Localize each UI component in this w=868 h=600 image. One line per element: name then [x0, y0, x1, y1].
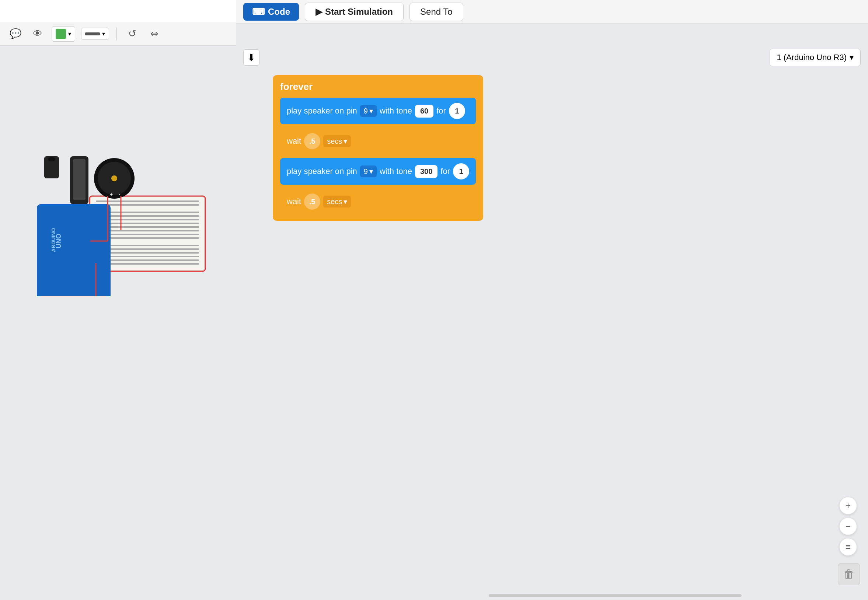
for-1-value-2[interactable]: 1 — [453, 163, 469, 179]
speaker-pin-9-dropdown-2[interactable]: 9 ▾ — [360, 165, 377, 177]
code-button[interactable]: ⌨ Code — [243, 3, 299, 21]
svg-rect-11 — [96, 237, 199, 239]
wait-text-2: wait — [287, 197, 301, 206]
undo-icon[interactable]: ↺ — [124, 26, 141, 42]
svg-rect-6 — [96, 219, 199, 220]
inner-block-play-speaker-1[interactable]: play speaker on pin 9 ▾ with tone 60 for… — [280, 98, 476, 124]
forever-container: forever play speaker on pin 9 ▾ with ton… — [273, 75, 483, 221]
svg-rect-5 — [96, 215, 199, 217]
wait-05-value[interactable]: .5 — [304, 133, 320, 149]
dropdown-arrow: ▾ — [369, 167, 373, 176]
line-swatch — [85, 32, 100, 35]
wait-05-value-2[interactable]: .5 — [304, 194, 320, 210]
dropdown-arrow: ▾ — [369, 106, 373, 115]
toolbar: 💬 👁 ▾ ▾ ↺ ⇔ — [0, 22, 236, 46]
dropdown-arrow: ▾ — [344, 197, 347, 206]
chat-icon[interactable]: 💬 — [8, 26, 24, 42]
svg-text:+: + — [110, 191, 113, 197]
mirror-icon[interactable]: ⇔ — [146, 26, 162, 42]
start-simulation-label: Start Simulation — [325, 7, 393, 17]
chevron-down-icon: ▾ — [68, 30, 71, 37]
play-icon: ▶ — [315, 7, 322, 17]
svg-rect-8 — [96, 226, 199, 228]
svg-rect-2 — [96, 200, 199, 202]
send-to-button[interactable]: Send To — [409, 3, 463, 21]
start-simulation-button[interactable]: ▶ Start Simulation — [305, 3, 404, 21]
inner-block-text: play speaker on pin — [287, 106, 357, 116]
inner-block-for: for — [436, 106, 446, 116]
code-label: Code — [268, 7, 290, 17]
svg-rect-7 — [96, 223, 199, 224]
color-swatch-green — [56, 29, 66, 39]
svg-rect-13 — [96, 248, 199, 250]
svg-rect-15 — [96, 256, 199, 257]
arduino-board-svg: ARDUINO UNO + - — [22, 105, 229, 296]
keyboard-icon: ⌨ — [252, 7, 265, 17]
code-canvas: forever play speaker on pin 9 ▾ with ton… — [236, 46, 868, 600]
chevron-down-icon: ▾ — [102, 30, 105, 37]
trash-button[interactable]: 🗑 — [838, 563, 860, 585]
toolbar-separator — [117, 27, 117, 41]
svg-rect-23 — [73, 159, 85, 200]
arduino-board-area: ARDUINO UNO + - — [22, 105, 229, 298]
more-options-button[interactable]: ≡ — [839, 538, 857, 556]
code-header-bar: ⬇ 1 (Arduino Uno R3) ▾ — [236, 46, 868, 69]
inner-block-for-2: for — [441, 167, 450, 176]
svg-point-25 — [48, 157, 55, 161]
svg-rect-19 — [37, 204, 111, 296]
tone-60-value[interactable]: 60 — [415, 105, 433, 118]
speaker-pin-9-dropdown[interactable]: 9 ▾ — [360, 105, 377, 117]
svg-rect-17 — [96, 263, 199, 265]
svg-rect-9 — [96, 230, 199, 232]
inner-block-with-tone: with tone — [380, 106, 412, 116]
wait-block-2[interactable]: wait .5 secs ▾ — [280, 188, 476, 215]
zoom-out-button[interactable]: − — [839, 517, 857, 535]
svg-rect-4 — [96, 212, 199, 213]
inner-block-text-2: play speaker on pin — [287, 167, 357, 176]
dropdown-arrow: ▾ — [344, 137, 347, 145]
line-style-picker[interactable]: ▾ — [81, 28, 109, 40]
send-to-label: Send To — [420, 7, 453, 17]
zoom-in-button[interactable]: + — [839, 497, 857, 515]
zoom-controls: + − ≡ — [839, 497, 857, 556]
forever-block[interactable]: forever play speaker on pin 9 ▾ with ton… — [273, 75, 483, 221]
svg-rect-3 — [96, 204, 199, 206]
wait-block-1[interactable]: wait .5 secs ▾ — [280, 128, 476, 155]
wait-unit-dropdown-2[interactable]: secs ▾ — [323, 196, 351, 208]
svg-text:-: - — [119, 191, 121, 197]
board-label: 1 (Arduino Uno R3) — [777, 53, 847, 62]
svg-rect-16 — [96, 259, 199, 261]
inner-block-play-speaker-2[interactable]: play speaker on pin 9 ▾ with tone 300 fo… — [280, 158, 476, 185]
horizontal-scrollbar[interactable] — [489, 594, 742, 597]
chevron-down-icon: ▾ — [850, 53, 854, 62]
svg-rect-10 — [96, 234, 199, 235]
forever-label: forever — [280, 81, 476, 92]
svg-rect-14 — [96, 252, 199, 253]
svg-rect-12 — [96, 245, 199, 246]
color-picker-green[interactable]: ▾ — [52, 26, 75, 42]
tone-300-value[interactable]: 300 — [415, 165, 438, 178]
svg-point-28 — [111, 176, 117, 181]
wait-unit-dropdown[interactable]: secs ▾ — [323, 135, 351, 147]
svg-text:UNO: UNO — [55, 234, 62, 248]
board-selector[interactable]: 1 (Arduino Uno R3) ▾ — [770, 48, 860, 66]
download-button[interactable]: ⬇ — [243, 49, 259, 66]
for-1-value[interactable]: 1 — [449, 103, 465, 119]
notification-icon[interactable]: 👁 — [29, 26, 46, 42]
wait-text: wait — [287, 136, 301, 146]
inner-block-with-tone-2: with tone — [380, 167, 412, 176]
code-header: ⌨ Code ▶ Start Simulation Send To — [236, 0, 868, 24]
